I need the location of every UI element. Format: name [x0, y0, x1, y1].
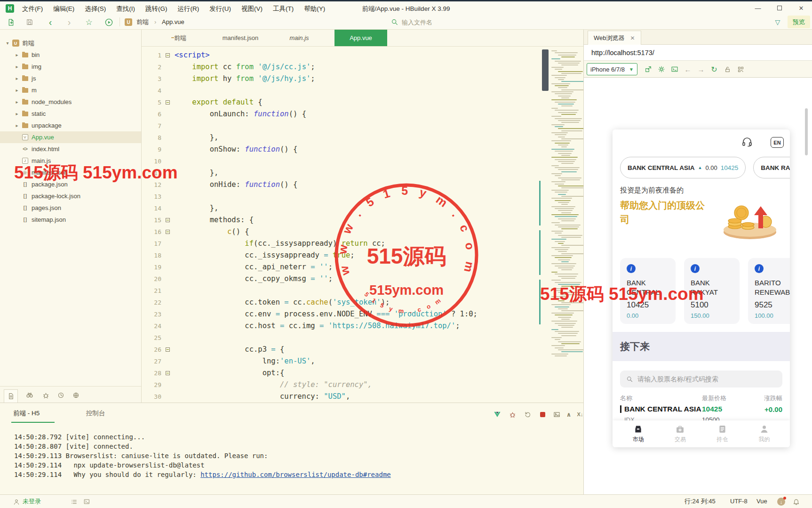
menu-item-1[interactable]: 编辑(E): [48, 3, 80, 15]
fold-marker-icon[interactable]: [161, 214, 175, 226]
console-tab-console[interactable]: 控制台: [86, 403, 105, 424]
menu-item-7[interactable]: 视图(V): [236, 3, 268, 15]
nav-forward-button[interactable]: ›: [64, 17, 74, 27]
refresh-icon[interactable]: ↻: [710, 65, 718, 73]
language-badge[interactable]: EN: [771, 137, 784, 148]
browser-tab[interactable]: Web浏览器 ✕: [588, 31, 641, 45]
editor-tab-前端[interactable]: 前端: [162, 30, 195, 46]
tree-row-index.html[interactable]: <>index.html: [0, 143, 141, 155]
chevron-collapsed-icon[interactable]: ▸: [13, 76, 21, 81]
menu-item-3[interactable]: 查找(I): [111, 3, 140, 15]
stop-icon[interactable]: [538, 410, 547, 419]
chevron-collapsed-icon[interactable]: ▸: [13, 64, 21, 69]
open-external-icon[interactable]: [644, 65, 653, 73]
fold-marker-icon[interactable]: [161, 97, 175, 108]
menu-item-0[interactable]: 文件(F): [17, 3, 48, 15]
ticker-pill-1[interactable]: BANK RAKYAT: [753, 157, 790, 178]
stock-search-input[interactable]: [637, 375, 769, 383]
filter-icon[interactable]: ▽: [772, 17, 783, 27]
chevron-collapsed-icon[interactable]: ▸: [13, 52, 21, 57]
collapse-icon[interactable]: ∧: [565, 410, 573, 419]
tree-row-js[interactable]: ▸js: [0, 73, 141, 84]
forward-arrow-icon[interactable]: →: [697, 65, 705, 73]
tree-row-img[interactable]: ▸img: [0, 61, 141, 73]
restart-icon[interactable]: [523, 410, 532, 419]
tree-row-sitemap.json[interactable]: [ ]sitemap.json: [0, 214, 141, 226]
menu-item-8[interactable]: 工具(T): [268, 3, 299, 15]
editor-tab-App.vue[interactable]: App.vue: [334, 30, 387, 46]
stock-row[interactable]: BANK CENTRAL ASIA10425+0.00: [620, 405, 782, 413]
menu-item-2[interactable]: 选择(S): [80, 3, 111, 15]
url-input[interactable]: [584, 49, 803, 56]
encoding[interactable]: UTF-8: [730, 495, 748, 508]
debug-bug-icon[interactable]: [40, 390, 51, 400]
chevron-collapsed-icon[interactable]: ▸: [13, 123, 21, 128]
nav-item-市场[interactable]: 市场: [617, 420, 659, 447]
stock-search-box[interactable]: [620, 371, 782, 387]
chevron-expanded-icon[interactable]: ▾: [4, 40, 11, 46]
save-button[interactable]: [24, 17, 35, 27]
browser-tab-close-icon[interactable]: ✕: [630, 35, 635, 41]
tree-row-m[interactable]: ▸m: [0, 84, 141, 96]
nav-back-button[interactable]: ‹: [45, 17, 56, 27]
unlock-icon[interactable]: [723, 65, 732, 73]
preview-button[interactable]: 预览: [788, 16, 810, 28]
tree-row-node_modules[interactable]: ▸node_modules: [0, 96, 141, 108]
close-button[interactable]: ✕: [790, 2, 812, 15]
chevron-collapsed-icon[interactable]: ▸: [13, 99, 21, 105]
back-arrow-icon[interactable]: ←: [684, 65, 692, 73]
menu-item-6[interactable]: 发行(U): [204, 3, 236, 15]
language-mode[interactable]: Vue: [756, 495, 767, 508]
files-tab-icon[interactable]: [4, 389, 18, 403]
breadcrumb-file[interactable]: App.vue: [162, 17, 184, 27]
fold-marker-icon[interactable]: [161, 367, 175, 379]
editor-tab-main.js[interactable]: main.js: [283, 30, 316, 46]
devtools-console-icon[interactable]: [670, 65, 679, 73]
update-download-icon[interactable]: ↓: [777, 498, 785, 506]
search-binoculars-icon[interactable]: [24, 390, 35, 400]
console-link[interactable]: https://github.com/browserslist/update-d…: [200, 471, 391, 478]
viewport-scrollbar[interactable]: [805, 108, 808, 155]
menu-item-4[interactable]: 跳转(G): [140, 3, 173, 15]
filename-search-input[interactable]: [402, 17, 665, 27]
fold-marker-icon[interactable]: [161, 49, 175, 61]
login-status[interactable]: 未登录: [23, 495, 41, 508]
outline-list-icon[interactable]: [70, 498, 78, 506]
minimap-viewport-slider[interactable]: [542, 49, 549, 91]
tree-row-App.vue[interactable]: VApp.vue: [0, 131, 141, 143]
run-button[interactable]: [103, 17, 114, 27]
nav-item-我的[interactable]: 我的: [743, 420, 785, 447]
screenshot-icon[interactable]: [552, 410, 561, 419]
vue-filter-icon[interactable]: [493, 410, 502, 419]
headset-icon[interactable]: [741, 136, 753, 147]
tree-row-pages.json[interactable]: [ ]pages.json: [0, 202, 141, 214]
editor-tab-manifest.json[interactable]: manifest.json: [215, 30, 266, 46]
chevron-collapsed-icon[interactable]: ▸: [13, 88, 21, 93]
history-clock-icon[interactable]: [56, 390, 66, 400]
new-file-button[interactable]: [6, 17, 16, 27]
nav-item-持仓[interactable]: 持仓: [701, 420, 743, 447]
debug-bug-icon[interactable]: [508, 410, 517, 419]
tree-row-package-lock.json[interactable]: [ ]package-lock.json: [0, 190, 141, 202]
qrcode-icon[interactable]: [736, 65, 745, 73]
menu-item-9[interactable]: 帮助(Y): [299, 3, 330, 15]
cursor-position[interactable]: 行:24 列:45: [685, 495, 716, 508]
device-select[interactable]: iPhone 6/7/8 ▼: [587, 63, 637, 75]
chevron-collapsed-icon[interactable]: ▸: [13, 111, 21, 116]
minimize-button[interactable]: —: [747, 2, 769, 15]
tree-row-unpackage[interactable]: ▸unpackage: [0, 120, 141, 131]
stock-card-2[interactable]: iBARITO RENEWABLES9525100.00: [748, 258, 790, 324]
menu-item-5[interactable]: 运行(R): [173, 3, 205, 15]
fold-marker-icon[interactable]: [161, 344, 175, 355]
tree-row-project[interactable]: ▾U前端: [0, 37, 141, 49]
minimap[interactable]: [539, 47, 582, 403]
tree-row-static[interactable]: ▸static: [0, 108, 141, 120]
nav-item-交易[interactable]: 交易: [659, 420, 701, 447]
console-tab-h5[interactable]: 前端 - H5: [13, 403, 40, 424]
fold-marker-icon[interactable]: [161, 226, 175, 238]
favorite-star-button[interactable]: ☆: [84, 17, 94, 27]
notification-bell-icon[interactable]: [792, 498, 800, 506]
maximize-button[interactable]: [769, 2, 790, 15]
terminal-icon[interactable]: [83, 498, 91, 506]
ticker-pill-0[interactable]: BANK CENTRAL ASIA▲0.0010425: [620, 157, 746, 178]
